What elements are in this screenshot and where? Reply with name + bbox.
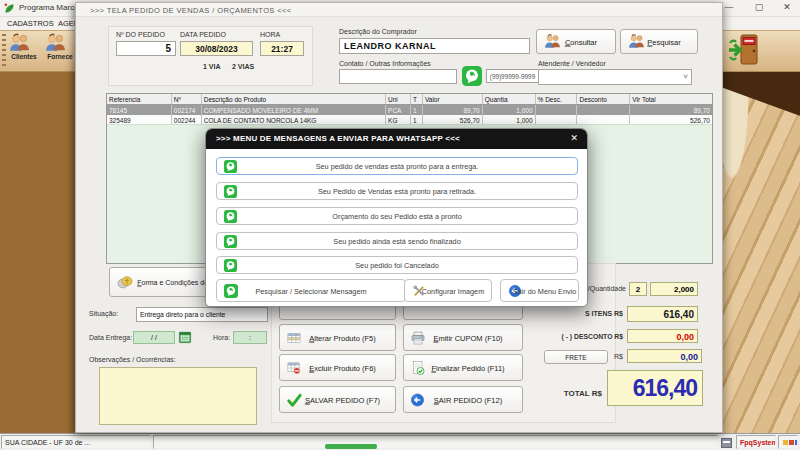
contact-field[interactable]: [339, 69, 457, 84]
toolbar-clientes-button[interactable]: Clientes: [7, 32, 41, 70]
salvar-pedido-button[interactable]: SALVAR PEDIDO (F7): [279, 386, 396, 413]
close-button[interactable]: ✕: [776, 2, 798, 12]
discount-label: ( - ) DESCONTO R$: [544, 333, 623, 340]
maximize-button[interactable]: ▢: [748, 2, 770, 12]
exit-button[interactable]: [726, 31, 764, 69]
buyer-label: Descrição do Comprador: [339, 28, 417, 35]
pesquisar-button[interactable]: Pesquisar: [620, 29, 698, 54]
table-row[interactable]: 78145 002174 COMPENSADO MOVELEIRO DE 4MM…: [107, 105, 712, 115]
pesquisar-mensagem-button[interactable]: Pesquisar / Selecionar Mensagem: [216, 279, 406, 302]
observations-label: Observações / Ocorrências:: [89, 356, 176, 363]
quantity-total-field: 2,000: [650, 282, 698, 296]
printer-status-icon: [721, 438, 732, 448]
configurar-imagem-button[interactable]: Configurar Imagem: [404, 279, 492, 302]
discount-field[interactable]: 0,00: [627, 329, 698, 343]
delivery-date-label: Data Entrega:: [89, 334, 132, 341]
statusbar: SUA CIDADE - UF 30 de ... FpqSystem: [0, 433, 800, 450]
whatsapp-menu-dialog: >>> MENU DE MENSAGENS A ENVIAR PARA WHAT…: [205, 128, 588, 307]
excluir-produto-button[interactable]: Excluir Produto (F6): [279, 354, 396, 381]
message-option-entrega[interactable]: Seu pedido de vendas está pronto para a …: [216, 157, 578, 175]
buyer-field[interactable]: LEANDRO KARNAL: [339, 38, 530, 54]
table-header: Referencia Nº Descrição do Produto Uni T…: [107, 94, 712, 105]
situacao-combobox[interactable]: Entrega direto para o cliente: [136, 307, 268, 322]
statusbar-middle: [153, 435, 718, 449]
sair-menu-envio-button[interactable]: Sair do Menu Envio: [500, 279, 579, 302]
statusbar-progress: [325, 444, 377, 449]
message-option-retirada[interactable]: Seu Pedido de Vendas está pronto para re…: [216, 182, 578, 200]
exit-door-icon: [726, 31, 762, 67]
vendor-label: Atendente / Vendedor: [538, 60, 606, 67]
wallpaper-wood-planks: [722, 60, 800, 450]
emitir-cupom-button[interactable]: Emitir CUPOM (F10): [403, 324, 523, 351]
wallpaper-wood-shavings: [0, 60, 80, 450]
order-number-label: Nº DO PEDIDO: [116, 31, 165, 38]
calendar-icon[interactable]: [178, 330, 192, 344]
via2-option[interactable]: 2 VIAS: [232, 63, 254, 70]
delivery-time-field[interactable]: :: [233, 331, 267, 344]
finalizar-pedido-button[interactable]: Finalizar Pedido (F11): [403, 354, 523, 381]
message-option-orcamento[interactable]: Orçamento do seu Pedido está a pronto: [216, 207, 578, 225]
frete-currency-label: R$: [603, 353, 623, 360]
frete-field[interactable]: 0,00: [627, 349, 702, 363]
sair-pedido-button[interactable]: SAIR PEDIDO (F12): [403, 386, 523, 413]
toolbar-grip: [2, 34, 6, 68]
statusbar-logo: [778, 435, 798, 449]
contact-label: Contato / Outras Informações: [339, 60, 431, 67]
order-time-label: HORA: [260, 31, 280, 38]
statusbar-brand: FpqSystem: [736, 435, 776, 449]
dialog-title: >>> MENU DE MENSAGENS A ENVIAR PARA WHAT…: [206, 129, 587, 149]
items-total-label: S ITENS R$: [546, 310, 623, 317]
table-row[interactable]: 325489 002244 COLA DE CONTATO NORCOLA 14…: [107, 115, 712, 125]
chevron-down-icon: ˅: [683, 72, 688, 81]
toolbar-fornecedores-button[interactable]: Fornece: [43, 32, 77, 70]
observations-textarea[interactable]: [99, 367, 257, 425]
grand-total-field: 616,40: [607, 370, 703, 406]
alterar-produto-button[interactable]: Alterar Produto (F5): [279, 324, 396, 351]
order-date-field[interactable]: 30/08/2023: [180, 41, 253, 56]
whatsapp-icon: [461, 66, 483, 86]
phone-field[interactable]: (99)99999-9999: [486, 69, 539, 83]
order-number-field[interactable]: 5: [116, 41, 176, 56]
message-option-cancelado[interactable]: Seu pedido foi Cancelado: [216, 256, 578, 274]
grand-total-label: TOTAL R$: [526, 389, 602, 398]
delivery-date-field[interactable]: / /: [133, 331, 175, 344]
statusbar-location: SUA CIDADE - UF 30 de ...: [1, 435, 151, 449]
clients-people-icon: [7, 32, 32, 55]
items-count-field: 2: [629, 282, 647, 296]
suppliers-people-icon: [43, 32, 68, 55]
frete-button[interactable]: FRETE: [544, 350, 608, 364]
delivery-time-label: Hora:: [213, 334, 230, 341]
items-total-field: 616,40: [627, 306, 698, 322]
dialog-close-icon[interactable]: ✕: [570, 133, 578, 143]
order-window-title: >>> TELA PEDIDO DE VENDAS / ORÇAMENTOS <…: [76, 3, 722, 17]
order-date-label: DATA PEDIDO: [180, 31, 226, 38]
message-option-finalizado[interactable]: Seu pedido ainda está sendo finalizado: [216, 232, 578, 250]
situacao-label: Situação:: [89, 310, 118, 317]
app-logo-icon: [3, 2, 16, 15]
menu-cadastros[interactable]: CADASTROS: [7, 19, 54, 28]
whatsapp-send-button[interactable]: [461, 66, 483, 86]
via1-option[interactable]: 1 VIA: [203, 63, 221, 70]
screen: Programa Marcenar — ▢ ✕ CADASTROS AGEND …: [0, 0, 800, 450]
vendor-combobox[interactable]: ˅: [538, 69, 692, 85]
order-time-field[interactable]: 21:27: [260, 41, 304, 56]
consultar-button[interactable]: Consultar: [536, 29, 616, 54]
